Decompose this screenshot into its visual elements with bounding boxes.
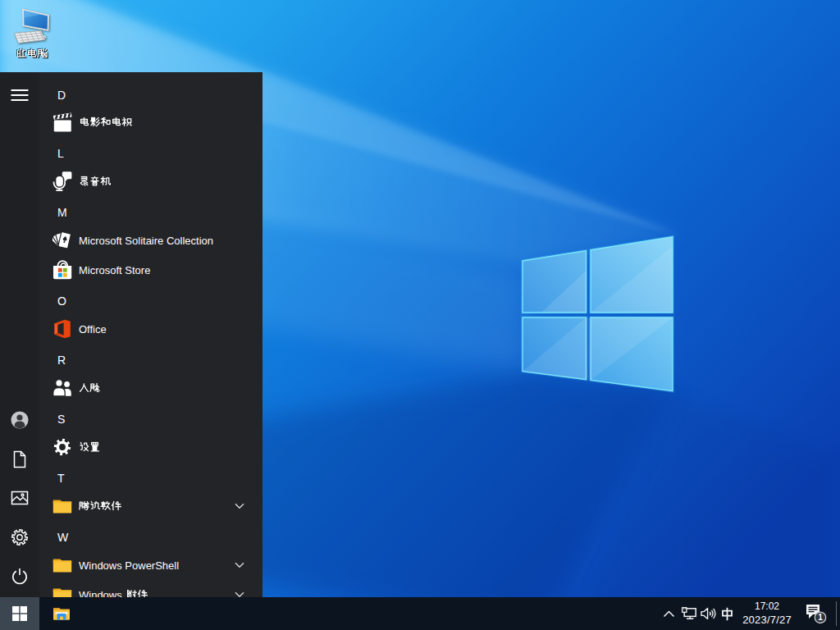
svg-text:1: 1 (818, 613, 823, 622)
